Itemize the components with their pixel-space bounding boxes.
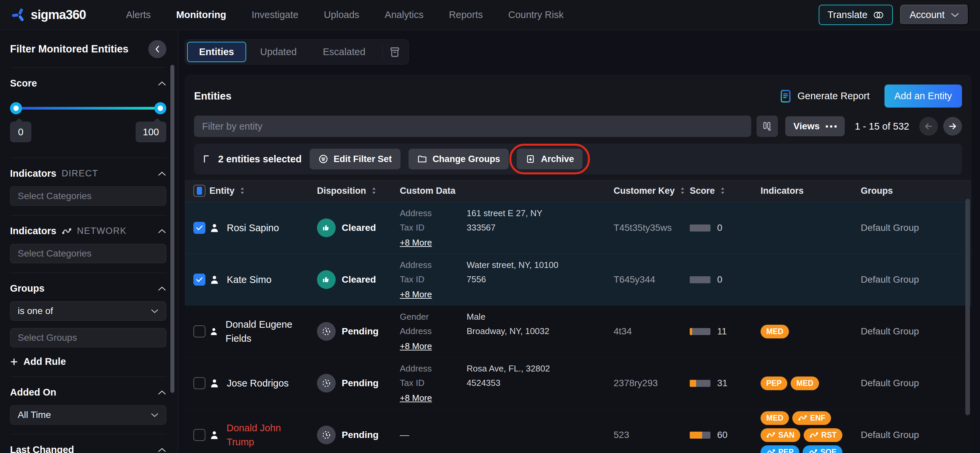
indicator-badge: SOE: [803, 445, 842, 453]
custom-data: GenderMaleAddressBroadway, NY, 10032+8 M…: [400, 312, 614, 351]
entity-name[interactable]: Donald John Trump: [226, 421, 309, 449]
main-nav: AlertsMonitoringInvestigateUploadsAnalyt…: [126, 10, 563, 21]
tab-updated[interactable]: Updated: [248, 42, 309, 62]
nav-item-uploads[interactable]: Uploads: [324, 10, 359, 21]
customer-key: 4t34: [614, 326, 632, 336]
chevron-up-icon[interactable]: [158, 171, 166, 176]
groups-section-title: Groups: [10, 283, 45, 294]
sidebar-collapse-button[interactable]: [148, 40, 166, 58]
score-cell: 60: [690, 430, 760, 440]
column-settings-button[interactable]: [757, 116, 778, 137]
sort-icon[interactable]: [680, 187, 685, 195]
slider-min-tooltip: 0: [10, 122, 32, 142]
added-on-select[interactable]: All Time: [10, 405, 166, 424]
account-button[interactable]: Account: [900, 5, 969, 25]
add-rule-button[interactable]: Add Rule: [10, 356, 166, 367]
nav-item-investigate[interactable]: Investigate: [251, 10, 298, 21]
edit-filter-set-button[interactable]: Edit Filter Set: [310, 149, 401, 169]
chevron-up-icon[interactable]: [158, 390, 166, 395]
chevron-up-icon[interactable]: [158, 81, 166, 86]
row-checkbox[interactable]: [193, 325, 205, 337]
select-all-checkbox[interactable]: [193, 185, 205, 197]
person-icon: [209, 223, 220, 233]
group-name: Default Group: [861, 223, 919, 233]
custom-data: Address161 street E 27, NYTax ID333567+8…: [400, 208, 614, 248]
generate-report-button[interactable]: Generate Report: [780, 89, 869, 103]
tab-entities[interactable]: Entities: [187, 42, 246, 62]
more-link[interactable]: +8 More: [400, 237, 432, 248]
thumbs-up-icon: [321, 223, 331, 233]
chevron-up-icon[interactable]: [158, 229, 166, 234]
groups-select[interactable]: Select Groups: [10, 328, 166, 347]
slider-handle-min[interactable]: [10, 102, 22, 114]
sort-icon[interactable]: [371, 187, 376, 195]
group-name: Default Group: [861, 326, 919, 336]
indicator-badge: MED: [760, 411, 789, 425]
brand-logo[interactable]: sigma360: [11, 7, 86, 23]
customer-key: T645y344: [614, 274, 655, 285]
score-section-title: Score: [10, 78, 37, 89]
next-page-button[interactable]: [943, 117, 962, 136]
entity-name[interactable]: Jose Rodrigos: [227, 376, 289, 390]
table-row: Donald Eugene Fields Pending GenderMaleA…: [185, 305, 971, 357]
entities-panel: Entities: [185, 75, 971, 453]
nav-item-country-risk[interactable]: Country Risk: [508, 10, 563, 21]
nav-item-reports[interactable]: Reports: [449, 10, 483, 21]
checkmark-icon: [196, 277, 203, 283]
column-header-disposition[interactable]: Disposition: [317, 186, 400, 196]
indicators-network-tag: NETWORK: [77, 226, 127, 236]
indicators-network-section: Indicators NETWORK Select Categories: [10, 216, 166, 263]
more-link[interactable]: +8 More: [400, 341, 432, 351]
nav-item-analytics[interactable]: Analytics: [385, 10, 423, 21]
chevron-up-icon[interactable]: [158, 447, 166, 453]
row-checkbox[interactable]: [193, 273, 205, 286]
entity-name[interactable]: Kate Simo: [227, 273, 272, 287]
tab-escalated[interactable]: Escalated: [311, 42, 377, 62]
brand-name: sigma360: [31, 8, 86, 22]
translate-icon: [873, 11, 884, 19]
indicator-badge: MED: [760, 325, 789, 339]
row-checkbox[interactable]: [193, 222, 205, 234]
archive-label: Archive: [541, 154, 574, 164]
nav-item-alerts[interactable]: Alerts: [126, 10, 151, 21]
indicators-direct-select[interactable]: Select Categories: [10, 186, 166, 206]
archive-button[interactable]: Archive: [517, 149, 582, 169]
nav-item-monitoring[interactable]: Monitoring: [176, 10, 226, 21]
entity-name[interactable]: Rosi Sapino: [227, 221, 279, 235]
groups-operator-select[interactable]: is one of: [10, 301, 166, 321]
add-rule-label: Add Rule: [23, 356, 66, 367]
slider-handle-max[interactable]: [154, 102, 166, 114]
custom-data-empty: —: [400, 430, 604, 440]
table-scrollbar[interactable]: [965, 199, 970, 415]
row-checkbox[interactable]: [193, 429, 205, 441]
add-entity-button[interactable]: Add an Entity: [885, 84, 962, 108]
sort-icon[interactable]: [240, 187, 245, 195]
chevron-up-icon[interactable]: [158, 286, 166, 291]
table-body: Rosi Sapino Cleared Address161 street E …: [185, 202, 971, 453]
column-label: Entity: [209, 186, 234, 196]
change-groups-button[interactable]: Change Groups: [409, 149, 509, 169]
more-link[interactable]: +8 More: [400, 289, 432, 300]
indicators-direct-title: Indicators: [10, 168, 56, 179]
disposition-icon: [317, 374, 336, 393]
entity-filter-input[interactable]: [194, 116, 751, 137]
translate-button[interactable]: Translate: [819, 5, 893, 25]
indicator-badges: MEDENFSANRSTPEPSOE: [760, 411, 861, 453]
sort-icon[interactable]: [720, 187, 725, 195]
person-icon: [209, 274, 220, 285]
views-button[interactable]: Views: [785, 116, 845, 136]
column-header-score[interactable]: Score: [690, 186, 760, 196]
column-header-groups: Groups: [861, 186, 971, 196]
previous-page-button[interactable]: [919, 117, 938, 136]
entity-name[interactable]: Donald Eugene Fields: [226, 317, 309, 345]
more-link[interactable]: +8 More: [400, 393, 432, 403]
archived-view-button[interactable]: [387, 46, 407, 58]
column-header-customer-key[interactable]: Customer Key: [614, 186, 690, 196]
sidebar-scrollbar[interactable]: [170, 65, 174, 393]
indicators-network-select[interactable]: Select Categories: [10, 244, 166, 263]
custom-data: AddressWater street, NY, 10100Tax ID7556…: [400, 260, 614, 300]
slider-track[interactable]: [12, 107, 164, 110]
app-root: sigma360 AlertsMonitoringInvestigateUplo…: [0, 0, 980, 453]
column-header-entity[interactable]: Entity: [209, 186, 317, 196]
row-checkbox[interactable]: [193, 377, 205, 389]
